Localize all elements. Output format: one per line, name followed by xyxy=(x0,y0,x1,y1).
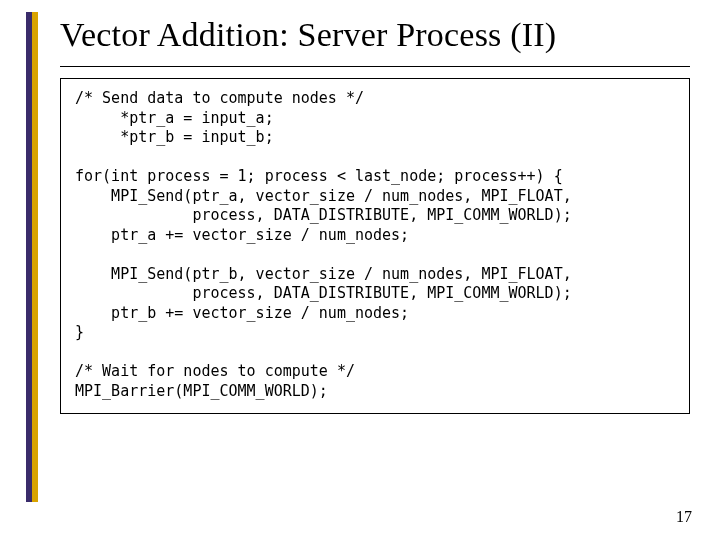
code-box: /* Send data to compute nodes */ *ptr_a … xyxy=(60,78,690,414)
title-underline xyxy=(60,66,690,67)
accent-stripe-gold xyxy=(32,12,38,502)
code-block: /* Send data to compute nodes */ *ptr_a … xyxy=(75,89,675,401)
slide: Vector Addition: Server Process (II) /* … xyxy=(0,0,720,540)
page-number: 17 xyxy=(676,508,692,526)
slide-title: Vector Addition: Server Process (II) xyxy=(60,16,690,54)
